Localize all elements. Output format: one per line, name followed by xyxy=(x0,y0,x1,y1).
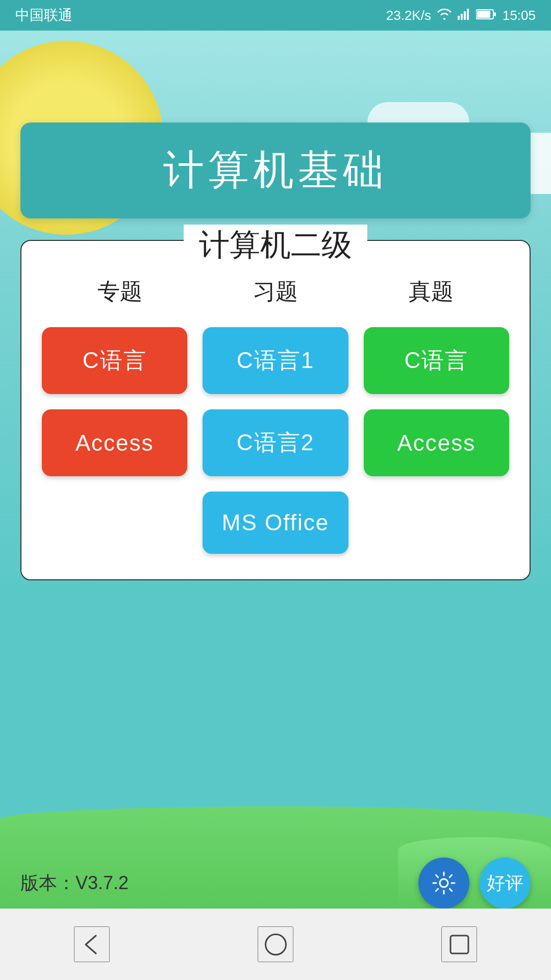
button-grid: C语言 C语言1 C语言 Access C语言2 Access MS Offic… xyxy=(42,327,509,554)
nav-back-button[interactable] xyxy=(74,926,110,962)
svg-rect-2 xyxy=(464,11,466,20)
network-speed: 23.2K/s xyxy=(386,8,431,23)
wifi-icon xyxy=(437,8,452,23)
carrier-label: 中国联通 xyxy=(15,6,72,25)
svg-point-8 xyxy=(265,934,286,954)
signal-icon xyxy=(458,8,470,23)
main-title-text: 计算机基础 xyxy=(163,143,388,198)
svg-rect-0 xyxy=(458,16,460,20)
navigation-bar xyxy=(0,909,551,980)
settings-button[interactable] xyxy=(418,857,469,909)
svg-rect-9 xyxy=(450,936,468,953)
column-headers: 专题 习题 真题 xyxy=(42,277,509,307)
battery-icon xyxy=(476,8,496,23)
col-header-3: 真题 xyxy=(354,277,509,307)
review-button[interactable]: 好评 xyxy=(480,857,531,909)
btn-c-language-exam[interactable]: C语言 xyxy=(364,327,509,394)
col-header-1: 专题 xyxy=(42,277,197,307)
btn-access-topic[interactable]: Access xyxy=(42,409,187,476)
nav-home-button[interactable] xyxy=(258,926,293,962)
btn-access-exam[interactable]: Access xyxy=(364,409,509,476)
main-card: 专题 习题 真题 C语言 C语言1 C语言 Access C语言2 Access… xyxy=(20,240,531,580)
status-bar: 中国联通 23.2K/s 15:05 xyxy=(0,0,551,31)
svg-rect-1 xyxy=(461,14,463,20)
btn-c-language-topic[interactable]: C语言 xyxy=(42,327,187,394)
bottom-buttons: 好评 xyxy=(418,857,531,909)
btn-ms-office[interactable]: MS Office xyxy=(203,492,348,554)
bottom-bar: 版本：V3.7.2 好评 xyxy=(0,857,551,909)
btn-c-language-2[interactable]: C语言2 xyxy=(203,409,348,476)
svg-rect-3 xyxy=(467,9,469,20)
svg-rect-6 xyxy=(494,12,496,16)
card-title: 计算机二级 xyxy=(184,225,367,266)
time-label: 15:05 xyxy=(503,8,536,23)
btn-c-language-1[interactable]: C语言1 xyxy=(203,327,348,394)
svg-point-7 xyxy=(440,879,448,887)
nav-recent-button[interactable] xyxy=(441,926,477,962)
status-right: 23.2K/s 15:05 xyxy=(386,8,536,23)
main-title-banner[interactable]: 计算机基础 xyxy=(20,122,531,218)
version-label: 版本：V3.7.2 xyxy=(20,871,129,896)
col-header-2: 习题 xyxy=(197,277,353,307)
svg-rect-5 xyxy=(477,11,490,18)
